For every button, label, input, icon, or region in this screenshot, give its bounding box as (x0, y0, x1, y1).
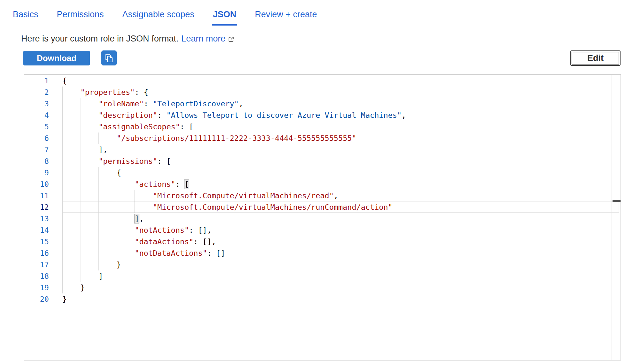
indent-guide (62, 121, 81, 133)
code-text: "assignableScopes": [ (62, 121, 193, 133)
token: : [ (157, 157, 171, 166)
line-number: 5 (24, 121, 49, 133)
indent-guide (81, 98, 99, 110)
learn-more-link[interactable]: Learn more (181, 34, 225, 44)
code-text: "Microsoft.Compute/virtualMachines/runCo… (62, 201, 393, 213)
code-line: 13 ], (24, 213, 621, 224)
code-text: "actions": [ (62, 178, 189, 190)
line-number: 13 (24, 213, 49, 224)
tab-assignable-scopes[interactable]: Assignable scopes (121, 0, 195, 26)
token: "permissions" (98, 157, 157, 166)
tab-permissions[interactable]: Permissions (56, 0, 105, 26)
indent-guide (81, 270, 99, 282)
indent-guide (62, 178, 81, 190)
indent-guide (98, 133, 117, 144)
line-number: 9 (24, 167, 49, 178)
token: "Microsoft.Compute/virtualMachines/runCo… (153, 203, 393, 212)
line-number: 18 (24, 270, 49, 282)
indent-guide (81, 110, 99, 121)
copy-button[interactable] (101, 50, 117, 65)
indent-guide (62, 110, 81, 121)
edit-button-label: Edit (572, 52, 619, 64)
code-text: } (62, 293, 67, 305)
code-line: 2 "properties": { (24, 87, 621, 98)
line-number: 6 (24, 133, 49, 144)
indent-guide (98, 247, 117, 259)
token: , (402, 111, 406, 120)
code-line: 3 "roleName": "TeleportDiscovery", (24, 98, 621, 110)
indent-guide (62, 259, 81, 270)
indent-guide (98, 201, 117, 213)
code-line: 14 "notActions": [], (24, 224, 621, 236)
code-text: } (62, 259, 121, 270)
token: , (239, 99, 243, 108)
indent-guide (81, 144, 99, 155)
tab-basics[interactable]: Basics (12, 0, 39, 26)
line-number: 1 (24, 75, 49, 87)
indent-guide (81, 167, 99, 178)
json-code-editor[interactable]: 1{2 "properties": {3 "roleName": "Telepo… (24, 74, 621, 360)
code-line: 11 "Microsoft.Compute/virtualMachines/re… (24, 190, 621, 201)
tab-json[interactable]: JSON (212, 0, 238, 26)
tab-review-create[interactable]: Review + create (254, 0, 318, 26)
token: "Microsoft.Compute/virtualMachines/read" (153, 191, 334, 200)
code-text: "description": "Allows Teleport to disco… (62, 110, 406, 121)
matched-bracket: ] (135, 214, 139, 223)
token: "assignableScopes" (98, 122, 180, 131)
indent-guide (62, 236, 81, 247)
code-text: } (62, 282, 85, 293)
code-text: "dataActions": [], (62, 236, 216, 247)
indent-guide (81, 133, 99, 144)
code-line: 19 } (24, 282, 621, 293)
indent-guide (62, 282, 81, 293)
create-custom-role-json-page: BasicsPermissionsAssignable scopesJSONRe… (0, 0, 633, 364)
indent-guide (117, 178, 135, 190)
token: : { (135, 88, 148, 97)
token: "Allows Teleport to discover Azure Virtu… (166, 111, 402, 120)
active-indent-guide (135, 201, 153, 213)
token: , (139, 214, 144, 223)
line-number: 15 (24, 236, 49, 247)
indent-guide (117, 201, 135, 213)
line-number: 17 (24, 259, 49, 270)
indent-guide (98, 224, 117, 236)
token: "roleName" (98, 99, 144, 108)
indent-guide (98, 236, 117, 247)
subtitle-text: Here is your custom role in JSON format. (21, 34, 178, 44)
external-link-icon (228, 36, 235, 43)
code-text: ], (62, 213, 144, 224)
code-line: 18 ] (24, 270, 621, 282)
indent-guide (62, 155, 81, 167)
active-indent-guide (135, 190, 153, 201)
download-button[interactable]: Download (23, 51, 90, 65)
code-text: "Microsoft.Compute/virtualMachines/read"… (62, 190, 338, 201)
indent-guide (62, 224, 81, 236)
code-lines: 1{2 "properties": {3 "roleName": "Telepo… (24, 75, 621, 305)
indent-guide (62, 144, 81, 155)
code-line: 4 "description": "Allows Teleport to dis… (24, 110, 621, 121)
edit-button[interactable]: Edit (570, 50, 621, 66)
indent-guide (81, 201, 99, 213)
line-number: 20 (24, 293, 49, 305)
indent-guide (117, 213, 135, 224)
indent-guide (62, 201, 81, 213)
token: { (117, 168, 121, 177)
code-line: 10 "actions": [ (24, 178, 621, 190)
copy-icon (105, 53, 113, 63)
indent-guide (81, 247, 99, 259)
indent-guide (117, 190, 135, 201)
token: } (62, 295, 67, 304)
token: } (81, 283, 85, 292)
indent-guide (62, 247, 81, 259)
token: : (144, 99, 153, 108)
token: "description" (98, 111, 157, 120)
indent-guide (81, 259, 99, 270)
code-line: 7 ], (24, 144, 621, 155)
token: "TeleportDiscovery" (153, 99, 239, 108)
line-number: 8 (24, 155, 49, 167)
code-text: ] (62, 270, 103, 282)
indent-guide (81, 121, 99, 133)
indent-guide (62, 270, 81, 282)
tab-bar: BasicsPermissionsAssignable scopesJSONRe… (12, 0, 318, 26)
token: : [ (180, 122, 193, 131)
